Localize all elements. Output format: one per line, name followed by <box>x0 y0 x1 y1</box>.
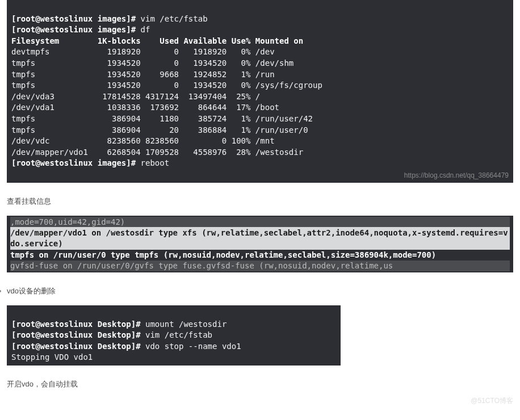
mount-out-line: gvfsd-fuse on /run/user/0/gvfs type fuse… <box>10 261 510 271</box>
prompt: [root@westoslinux images]# <box>11 14 141 23</box>
bullet-icon <box>0 290 1 292</box>
label-vdo-delete: vdo设备的删除 <box>0 286 513 296</box>
df-row: /dev/vdc 8238560 8238560 0 100% /mnt <box>11 136 275 145</box>
command: vim /etc/fstab <box>145 330 212 339</box>
label-text: vdo设备的删除 <box>7 286 56 296</box>
command: df <box>141 25 150 34</box>
terminal-block-2: ,mode=700,uid=42,gid=42)/dev/mapper/vdo1… <box>7 216 513 272</box>
prompt: [root@westoslinux images]# <box>11 25 141 34</box>
df-row: tmpfs 1934520 9668 1924852 1% /run <box>11 70 275 79</box>
prompt: [root@westoslinux Desktop]# <box>11 330 145 339</box>
df-header: Filesystem 1K-blocks Used Available Use%… <box>11 36 303 45</box>
label-view-mount-info: 查看挂载信息 <box>7 196 513 207</box>
command: vim /etc/fstab <box>141 14 208 23</box>
command: vdo stop --name vdo1 <box>145 342 241 351</box>
df-row: tmpfs 1934520 0 1934520 0% /dev/shm <box>11 58 293 68</box>
label-start-vdo: 开启vdo，会自动挂载 <box>7 379 513 389</box>
mount-out-line: ,mode=700,uid=42,gid=42) <box>10 217 510 228</box>
output-line: Stopping VDO vdo1 <box>11 352 93 362</box>
df-row: /dev/vda3 17814528 4317124 13497404 25% … <box>11 92 260 101</box>
prompt: [root@westoslinux Desktop]# <box>11 342 145 351</box>
terminal-block-1: [root@westoslinux images]# vim /etc/fsta… <box>7 0 513 183</box>
command: reboot <box>141 158 170 167</box>
prompt: [root@westoslinux Desktop]# <box>11 320 145 329</box>
mount-out-highlight: /dev/mapper/vdo1 on /westosdir type xfs … <box>10 227 510 250</box>
command: umount /westosdir <box>145 320 227 329</box>
df-row: tmpfs 386904 1180 385724 1% /run/user/42 <box>11 114 313 123</box>
df-row: devtmpfs 1918920 0 1918920 0% /dev <box>11 47 275 56</box>
df-row: /dev/vda1 1038336 173692 864644 17% /boo… <box>11 103 279 112</box>
cto-watermark: @51CTO博客 <box>0 396 520 406</box>
df-row: /dev/mapper/vdo1 6268504 1709528 4558976… <box>11 148 303 157</box>
prompt: [root@westoslinux images]# <box>11 158 141 167</box>
mount-out-line: tmpfs on /run/user/0 type tmpfs (rw,nosu… <box>10 250 436 259</box>
df-row: tmpfs 1934520 0 1934520 0% /sys/fs/cgrou… <box>11 81 322 90</box>
df-row: tmpfs 386904 20 386884 1% /run/user/0 <box>11 125 308 135</box>
terminal-block-3: [root@westoslinux Desktop]# umount /west… <box>7 305 341 366</box>
csdn-watermark: https://blog.csdn.net/qq_38664479 <box>404 171 509 180</box>
